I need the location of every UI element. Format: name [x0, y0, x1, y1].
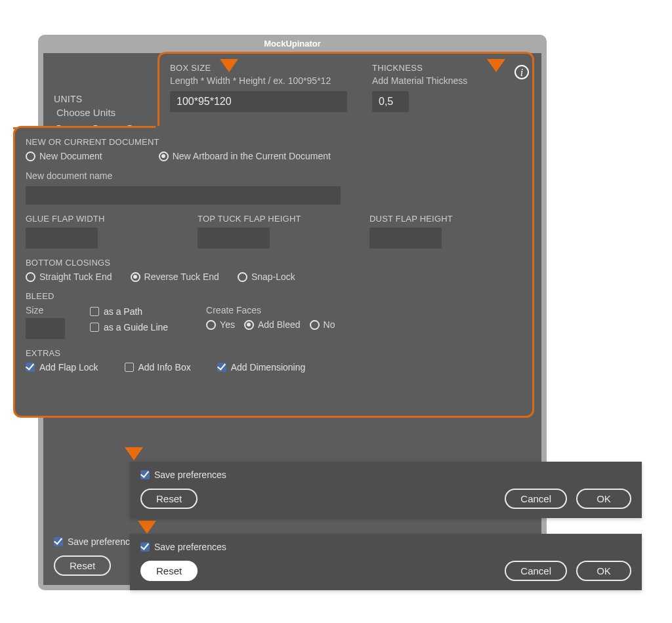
- radio-faces-no[interactable]: No: [310, 319, 335, 330]
- bleed-size-input[interactable]: [26, 318, 65, 339]
- new-document-label: New Document: [39, 151, 102, 161]
- window-title: MockUpinator: [38, 35, 547, 53]
- checkbox-checked-icon: [26, 363, 35, 372]
- info-icon[interactable]: i: [514, 65, 529, 79]
- faces-no-label: No: [324, 319, 335, 330]
- doc-name-label: New document name: [26, 171, 523, 181]
- radio-selected-icon: [131, 272, 140, 282]
- reset-button-1[interactable]: Reset: [140, 489, 198, 509]
- faces-add-bleed-label: Add Bleed: [258, 319, 301, 330]
- checkbox-checked-icon: [140, 470, 150, 479]
- dust-flap-label: DUST FLAP HEIGHT: [369, 214, 523, 224]
- checkbox-flap-lock[interactable]: Add Flap Lock: [26, 362, 98, 372]
- boxsize-label: BOX SIZE: [170, 63, 364, 73]
- glue-flap-input[interactable]: [26, 228, 98, 249]
- pointer-icon: [487, 59, 505, 72]
- radio-selected-icon: [159, 151, 169, 161]
- straight-tuck-label: Straight Tuck End: [39, 271, 112, 282]
- pointer-icon: [125, 447, 143, 460]
- flap-lock-label: Add Flap Lock: [39, 362, 98, 372]
- cancel-button-1[interactable]: Cancel: [505, 489, 567, 509]
- checkbox-empty-icon: [90, 307, 99, 316]
- document-section: NEW OR CURRENT DOCUMENT New Document New…: [26, 137, 523, 205]
- overlay-footer-1: Save preferences Reset Cancel OK: [130, 462, 642, 518]
- top-tuck-label: TOP TUCK FLAP HEIGHT: [198, 214, 351, 224]
- thickness-input[interactable]: [372, 91, 409, 112]
- flap-section: GLUE FLAP WIDTH TOP TUCK FLAP HEIGHT DUS…: [26, 214, 523, 249]
- boxsize-hint: Length * Width * Height / ex. 100*95*12: [170, 75, 364, 86]
- faces-yes-label: Yes: [220, 319, 235, 330]
- extras-label: EXTRAS: [26, 348, 523, 358]
- glue-flap-label: GLUE FLAP WIDTH: [26, 214, 179, 224]
- as-path-label: as a Path: [104, 306, 142, 317]
- ok-button-2[interactable]: OK: [576, 561, 631, 581]
- radio-empty-icon: [26, 272, 35, 282]
- radio-faces-yes[interactable]: Yes: [206, 319, 235, 330]
- extras-section: EXTRAS Add Flap Lock Add Info Box Add Di…: [26, 348, 523, 372]
- doc-name-input[interactable]: [26, 186, 341, 205]
- create-faces-label: Create Faces: [206, 305, 335, 315]
- checkbox-checked-icon: [217, 363, 226, 372]
- checkbox-as-path[interactable]: as a Path: [90, 306, 168, 317]
- new-artboard-label: New Artboard in the Current Document: [173, 151, 331, 161]
- radio-straight-tuck[interactable]: Straight Tuck End: [26, 271, 112, 282]
- info-box-label: Add Info Box: [138, 362, 191, 372]
- cancel-button-2[interactable]: Cancel: [505, 561, 567, 581]
- radio-empty-icon: [238, 272, 247, 282]
- ok-button-1[interactable]: OK: [576, 489, 631, 509]
- reset-button-2[interactable]: Reset: [140, 561, 198, 581]
- radio-new-document[interactable]: New Document: [26, 151, 102, 161]
- radio-snap-lock[interactable]: Snap-Lock: [238, 271, 295, 282]
- reverse-tuck-label: Reverse Tuck End: [144, 271, 219, 282]
- as-guide-label: as a Guide Line: [104, 322, 168, 332]
- save-preferences-label: Save preferences: [154, 542, 226, 552]
- save-preferences-checkbox-2[interactable]: Save preferences: [140, 542, 226, 552]
- highlight-panel-main: NEW OR CURRENT DOCUMENT New Document New…: [13, 126, 534, 418]
- radio-empty-icon: [26, 151, 35, 161]
- save-preferences-label: Save preferences: [154, 470, 226, 480]
- snap-lock-label: Snap-Lock: [251, 271, 295, 282]
- pointer-icon: [138, 521, 156, 534]
- radio-new-artboard[interactable]: New Artboard in the Current Document: [159, 151, 331, 161]
- reset-button-window[interactable]: Reset: [54, 555, 111, 576]
- overlay-footer-2: Save preferences Reset Cancel OK: [130, 534, 642, 590]
- thickness-hint: Add Material Thickness: [372, 75, 523, 86]
- boxsize-input[interactable]: [170, 91, 347, 112]
- checkbox-empty-icon: [90, 323, 99, 332]
- bleed-size-label: Size: [26, 305, 72, 315]
- dust-flap-input[interactable]: [369, 228, 442, 249]
- bleed-section: BLEED Size as a Path as a Guide Line Cre…: [26, 291, 523, 339]
- checkbox-info-box[interactable]: Add Info Box: [125, 362, 191, 372]
- pointer-icon: [220, 59, 238, 72]
- bottom-closings-section: BOTTOM CLOSINGS Straight Tuck End Revers…: [26, 258, 523, 282]
- bleed-label: BLEED: [26, 291, 523, 301]
- checkbox-checked-icon: [140, 542, 150, 552]
- radio-empty-icon: [206, 320, 216, 330]
- checkbox-empty-icon: [125, 363, 134, 372]
- radio-faces-add-bleed[interactable]: Add Bleed: [244, 319, 301, 330]
- bottom-closings-label: BOTTOM CLOSINGS: [26, 258, 523, 268]
- radio-reverse-tuck[interactable]: Reverse Tuck End: [131, 271, 219, 282]
- radio-selected-icon: [244, 320, 254, 330]
- checkbox-dimensioning[interactable]: Add Dimensioning: [217, 362, 306, 372]
- boxsize-section: BOX SIZE Length * Width * Height / ex. 1…: [170, 63, 364, 112]
- save-preferences-checkbox-1[interactable]: Save preferences: [140, 470, 226, 480]
- checkbox-as-guide[interactable]: as a Guide Line: [90, 322, 168, 332]
- save-preferences-checkbox-window[interactable]: Save preferences: [54, 536, 140, 547]
- highlight-panel-top: BOX SIZE Length * Width * Height / ex. 1…: [158, 52, 534, 127]
- dimensioning-label: Add Dimensioning: [231, 362, 306, 372]
- save-preferences-label: Save preferences: [68, 536, 140, 547]
- radio-empty-icon: [310, 320, 320, 330]
- checkbox-checked-icon: [54, 537, 63, 546]
- top-tuck-input[interactable]: [198, 228, 270, 249]
- document-label: NEW OR CURRENT DOCUMENT: [26, 137, 523, 147]
